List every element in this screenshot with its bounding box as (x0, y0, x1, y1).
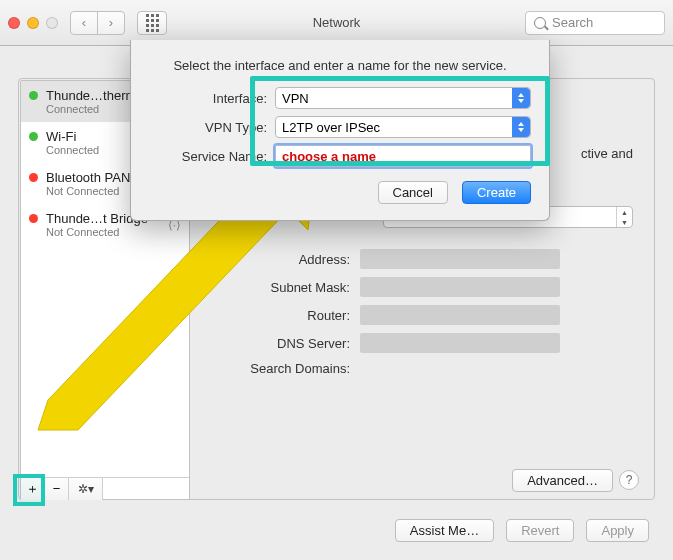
assist-me-button[interactable]: Assist Me… (395, 519, 494, 542)
status-text-fragment: ctive and (581, 146, 633, 161)
chevron-right-icon: › (109, 15, 113, 30)
service-name-input[interactable] (275, 145, 531, 167)
row-search-domains: Search Domains: (200, 361, 633, 376)
sheet-actions: Cancel Create (149, 181, 531, 204)
back-forward-group: ‹ › (70, 11, 125, 35)
grid-icon (146, 14, 159, 32)
service-name: Wi-Fi (46, 129, 99, 144)
label-search-domains: Search Domains: (200, 361, 350, 376)
create-button[interactable]: Create (462, 181, 531, 204)
label-vpn-type: VPN Type: (149, 120, 267, 135)
field-subnet (360, 277, 560, 297)
label-address: Address: (200, 252, 350, 267)
zoom-window-button (46, 17, 58, 29)
cancel-button[interactable]: Cancel (378, 181, 448, 204)
service-status: Connected (46, 144, 99, 156)
footer-actions: Assist Me… Revert Apply (395, 519, 649, 542)
add-service-button[interactable]: ＋ (21, 478, 45, 500)
plus-icon: ＋ (26, 480, 39, 498)
label-router: Router: (200, 308, 350, 323)
new-service-sheet: Select the interface and enter a name fo… (130, 40, 550, 221)
field-router (360, 305, 560, 325)
service-status: Connected (46, 103, 136, 115)
details-form: Address: Subnet Mask: Router: DNS Server… (200, 241, 633, 384)
close-window-button[interactable] (8, 17, 20, 29)
minimize-window-button[interactable] (27, 17, 39, 29)
vpn-type-value: L2TP over IPSec (282, 120, 380, 135)
remove-service-button[interactable]: − (45, 478, 69, 500)
action-menu-button[interactable]: ✲▾ (69, 478, 103, 500)
forward-button[interactable]: › (97, 11, 125, 35)
revert-button: Revert (506, 519, 574, 542)
row-address: Address: (200, 249, 633, 269)
label-service-name: Service Name: (149, 149, 267, 164)
vpn-type-select[interactable]: L2TP over IPSec (275, 116, 531, 138)
show-all-button[interactable] (137, 11, 167, 35)
field-address (360, 249, 560, 269)
status-dot-icon (29, 214, 38, 223)
row-router: Router: (200, 305, 633, 325)
label-dns: DNS Server: (200, 336, 350, 351)
search-icon (534, 17, 546, 29)
stepper-icon: ▲▼ (616, 207, 632, 227)
field-dns (360, 333, 560, 353)
service-name: Thunde…therm (46, 88, 136, 103)
service-status: Not Connected (46, 226, 148, 238)
row-subnet: Subnet Mask: (200, 277, 633, 297)
label-subnet: Subnet Mask: (200, 280, 350, 295)
interface-select[interactable]: VPN (275, 87, 531, 109)
window-title: Network (313, 15, 361, 30)
sidebar-footer: ＋ − ✲▾ (21, 477, 189, 499)
sheet-row-interface: Interface: VPN (149, 87, 531, 109)
sheet-message: Select the interface and enter a name fo… (149, 58, 531, 73)
label-interface: Interface: (149, 91, 267, 106)
apply-button: Apply (586, 519, 649, 542)
service-status: Not Connected (46, 185, 130, 197)
interface-value: VPN (282, 91, 309, 106)
sheet-row-vpn-type: VPN Type: L2TP over IPSec (149, 116, 531, 138)
chevron-left-icon: ‹ (82, 15, 86, 30)
service-name: Bluetooth PAN (46, 170, 130, 185)
minus-icon: − (53, 481, 61, 496)
window-controls (8, 17, 58, 29)
row-dns: DNS Server: (200, 333, 633, 353)
sheet-row-service-name: Service Name: (149, 145, 531, 167)
gear-icon: ✲▾ (78, 482, 94, 496)
status-dot-icon (29, 173, 38, 182)
dropdown-icon (512, 117, 530, 137)
search-placeholder: Search (552, 15, 593, 30)
search-input[interactable]: Search (525, 11, 665, 35)
dropdown-icon (512, 88, 530, 108)
back-button[interactable]: ‹ (70, 11, 98, 35)
status-dot-icon (29, 91, 38, 100)
help-button[interactable]: ? (619, 470, 639, 490)
advanced-button[interactable]: Advanced… (512, 469, 613, 492)
status-dot-icon (29, 132, 38, 141)
